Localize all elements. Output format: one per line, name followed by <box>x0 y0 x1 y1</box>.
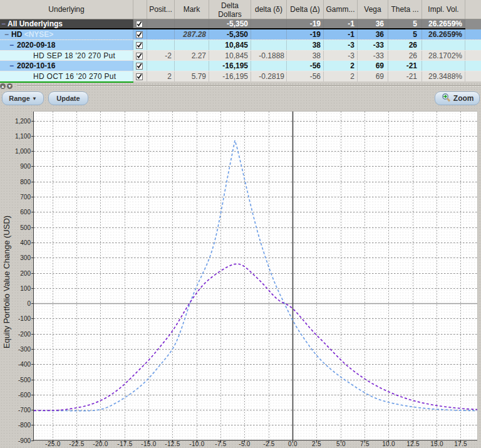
svg-text:-300: -300 <box>18 346 31 353</box>
svg-text:-7.5: -7.5 <box>215 440 227 447</box>
svg-text:17.5: 17.5 <box>454 440 467 447</box>
svg-text:-600: -600 <box>18 392 31 399</box>
svg-text:-15.0: -15.0 <box>141 440 156 447</box>
svg-text:15.0: 15.0 <box>430 440 443 447</box>
svg-text:12.5: 12.5 <box>406 440 420 447</box>
svg-text:10.0: 10.0 <box>382 440 395 447</box>
svg-text:-25.0: -25.0 <box>45 440 60 447</box>
svg-text:0: 0 <box>27 300 31 307</box>
svg-text:-100: -100 <box>18 315 31 322</box>
svg-text:1,200: 1,200 <box>15 118 31 125</box>
svg-text:-5.0: -5.0 <box>239 440 251 447</box>
svg-text:-200: -200 <box>18 331 31 338</box>
svg-text:Equity Portfolio Value Change: Equity Portfolio Value Change (USD) <box>2 216 11 348</box>
svg-text:200: 200 <box>20 270 31 277</box>
svg-text:0.0: 0.0 <box>288 440 297 447</box>
svg-text:-17.5: -17.5 <box>117 440 132 447</box>
svg-text:-900: -900 <box>18 437 31 444</box>
svg-text:900: 900 <box>20 163 31 170</box>
svg-text:5.0: 5.0 <box>336 440 346 447</box>
svg-text:-22.5: -22.5 <box>69 440 84 447</box>
svg-text:100: 100 <box>20 285 31 292</box>
svg-text:600: 600 <box>20 209 31 216</box>
svg-text:500: 500 <box>20 224 31 231</box>
svg-text:300: 300 <box>20 254 31 261</box>
svg-text:-800: -800 <box>18 422 31 429</box>
svg-text:-20.0: -20.0 <box>93 440 108 447</box>
svg-text:-400: -400 <box>18 361 31 368</box>
svg-text:-10.0: -10.0 <box>189 440 204 447</box>
svg-text:-500: -500 <box>18 377 31 383</box>
svg-text:2.5: 2.5 <box>312 440 321 447</box>
svg-text:400: 400 <box>20 239 31 246</box>
svg-text:1,000: 1,000 <box>15 148 31 155</box>
svg-text:-2.5: -2.5 <box>263 440 275 447</box>
svg-text:1,100: 1,100 <box>15 133 31 140</box>
svg-text:7.5: 7.5 <box>360 440 370 447</box>
svg-text:-700: -700 <box>18 407 31 414</box>
svg-text:800: 800 <box>20 179 31 185</box>
svg-text:700: 700 <box>20 194 31 201</box>
svg-text:-12.5: -12.5 <box>165 440 180 447</box>
